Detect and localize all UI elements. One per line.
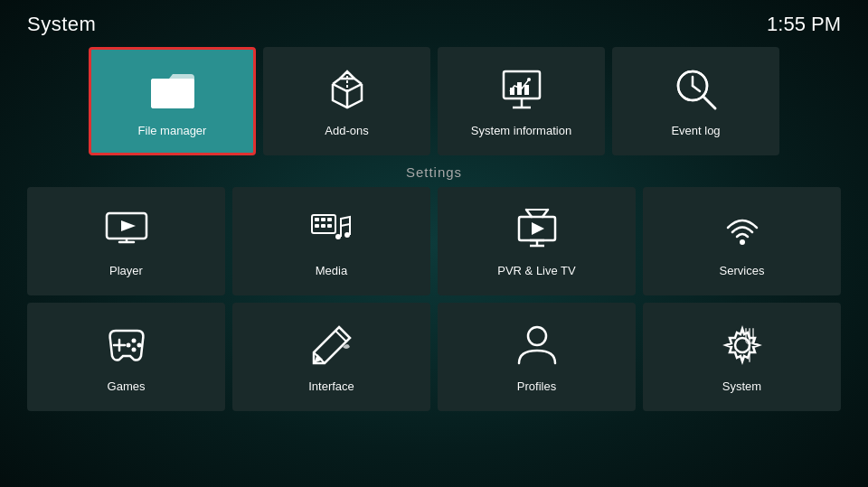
settings-grid: Player — [27, 187, 841, 411]
svg-point-44 — [137, 342, 141, 347]
folder-icon — [149, 66, 196, 124]
svg-point-43 — [131, 338, 136, 342]
tile-add-ons[interactable]: Add-ons — [263, 47, 430, 155]
svg-point-50 — [735, 338, 750, 352]
svg-point-49 — [528, 327, 546, 345]
tile-media[interactable]: Media — [232, 187, 430, 295]
svg-line-15 — [703, 97, 715, 108]
media-icon — [308, 206, 355, 264]
add-ons-label: Add-ons — [325, 124, 368, 137]
system-information-label: System information — [471, 124, 571, 137]
svg-point-11 — [527, 78, 531, 81]
svg-point-45 — [131, 347, 136, 351]
profiles-label: Profiles — [517, 379, 556, 393]
event-log-label: Event log — [671, 124, 720, 137]
svg-rect-22 — [315, 218, 319, 221]
settings-title: Settings — [27, 164, 841, 180]
tile-interface[interactable]: Interface — [232, 303, 430, 411]
svg-line-14 — [693, 86, 700, 91]
chart-icon — [498, 66, 545, 124]
system-settings-label: System — [722, 379, 761, 393]
media-label: Media — [316, 264, 347, 277]
tile-services[interactable]: Services — [643, 187, 841, 295]
svg-marker-18 — [121, 220, 136, 231]
file-manager-label: File manager — [138, 124, 207, 137]
svg-point-31 — [344, 232, 350, 238]
svg-point-46 — [126, 342, 130, 347]
player-label: Player — [109, 264, 143, 277]
tile-event-log[interactable]: Event log — [612, 47, 779, 155]
tv-icon — [514, 206, 561, 264]
page-title: System — [27, 13, 96, 36]
clock: 1:55 PM — [767, 13, 841, 36]
clock-search-icon — [673, 66, 720, 124]
svg-rect-24 — [327, 218, 332, 221]
header: System 1:55 PM — [0, 0, 868, 43]
svg-point-40 — [740, 239, 745, 245]
gamepad-icon — [103, 322, 150, 379]
svg-rect-26 — [321, 224, 326, 228]
box-icon — [324, 66, 371, 124]
person-icon — [514, 322, 561, 379]
svg-marker-39 — [532, 222, 544, 235]
gear-icon — [719, 322, 766, 379]
tile-games[interactable]: Games — [27, 303, 225, 411]
tile-system[interactable]: System — [643, 303, 841, 411]
svg-rect-23 — [321, 218, 326, 221]
svg-rect-10 — [524, 85, 529, 95]
tile-profiles[interactable]: Profiles — [438, 303, 636, 411]
settings-section: Settings Player — [0, 161, 868, 417]
tile-system-information[interactable]: System information — [438, 47, 605, 155]
svg-rect-25 — [315, 224, 319, 228]
wifi-icon — [719, 206, 766, 264]
tile-player[interactable]: Player — [27, 187, 225, 295]
services-label: Services — [720, 264, 765, 277]
interface-label: Interface — [308, 379, 354, 393]
svg-point-30 — [335, 234, 341, 239]
tile-file-manager[interactable]: File manager — [89, 47, 256, 155]
svg-rect-2 — [152, 81, 193, 107]
svg-rect-27 — [327, 224, 332, 228]
tile-pvr[interactable]: PVR & Live TV — [438, 187, 636, 295]
games-label: Games — [108, 379, 146, 393]
player-icon — [103, 206, 150, 264]
pvr-label: PVR & Live TV — [497, 264, 575, 277]
top-tiles-row: File manager Add-ons — [0, 43, 868, 161]
pencil-icon — [308, 322, 355, 379]
